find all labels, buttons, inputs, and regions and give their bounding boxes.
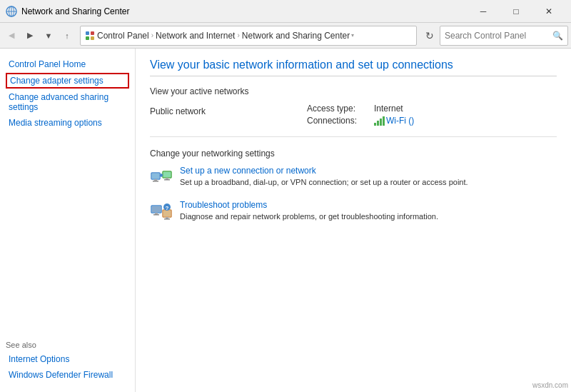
svg-rect-13 — [163, 172, 171, 177]
svg-rect-7 — [91, 36, 94, 40]
svg-rect-26 — [166, 217, 168, 218]
svg-rect-10 — [154, 179, 157, 181]
wifi-bar-1 — [374, 123, 376, 126]
svg-rect-5 — [91, 31, 94, 35]
see-also-label: See also — [6, 341, 129, 349]
search-input[interactable] — [445, 31, 552, 41]
sep1: › — [151, 31, 153, 39]
setup-connection-link[interactable]: Set up a new connection or network — [180, 166, 468, 176]
titlebar: Network and Sharing Center ─ □ ✕ — [0, 0, 571, 23]
back-button[interactable]: ◀ — [3, 26, 20, 46]
svg-rect-9 — [152, 174, 159, 179]
troubleshoot-icon: ? — [150, 200, 173, 223]
svg-rect-22 — [155, 213, 158, 214]
sep2: › — [237, 31, 239, 39]
sidebar-media-streaming[interactable]: Media streaming options — [6, 116, 129, 130]
setup-connection-icon — [150, 166, 173, 189]
wifi-bars-icon — [374, 116, 385, 126]
sidebar-internet-options[interactable]: Internet Options — [6, 352, 129, 366]
sidebar-windows-firewall[interactable]: Windows Defender Firewall — [6, 368, 129, 382]
svg-rect-25 — [163, 211, 171, 216]
troubleshoot-icon-svg: ? — [150, 200, 173, 223]
troubleshoot-text: Troubleshoot problems Diagnose and repai… — [180, 200, 438, 221]
troubleshoot-desc: Diagnose and repair network problems, or… — [180, 212, 438, 221]
wifi-label: Wi-Fi ( — [386, 116, 411, 126]
refresh-button[interactable]: ↻ — [421, 26, 438, 46]
wifi-info: Wi-Fi () — [374, 116, 414, 126]
forward-button[interactable]: ▶ — [21, 26, 39, 46]
svg-text:?: ? — [166, 205, 169, 211]
breadcrumb-sharing-center[interactable]: Network and Sharing Center — [242, 31, 350, 41]
troubleshoot-item: ? Troubleshoot problems Diagnose and rep… — [150, 200, 557, 223]
svg-rect-27 — [164, 218, 170, 220]
breadcrumb-network-internet[interactable]: Network and Internet — [156, 31, 235, 41]
svg-point-17 — [160, 174, 163, 177]
window-controls: ─ □ ✕ — [467, 0, 565, 23]
access-type-row: Access type: Internet — [307, 104, 557, 114]
setup-connection-text: Set up a new connection or network Set u… — [180, 166, 468, 187]
network-info-area: Access type: Internet Connections: Wi- — [307, 104, 557, 128]
breadcrumb-dropdown[interactable]: ▾ — [351, 32, 354, 39]
wifi-bar-3 — [380, 119, 382, 126]
network-setup-icon — [150, 166, 173, 189]
sidebar-change-advanced[interactable]: Change advanced sharing settings — [6, 90, 129, 114]
up-button[interactable]: ↑ — [59, 26, 76, 46]
svg-rect-21 — [152, 206, 161, 212]
svg-rect-23 — [153, 214, 159, 216]
recent-pages-button[interactable]: ▼ — [40, 26, 57, 46]
sidebar-controlpanel-home[interactable]: Control Panel Home — [6, 57, 129, 71]
troubleshoot-link[interactable]: Troubleshoot problems — [180, 200, 438, 210]
svg-rect-6 — [86, 36, 89, 40]
sidebar-change-adapter[interactable]: Change adapter settings — [6, 73, 129, 89]
setup-connection-item: Set up a new connection or network Set u… — [150, 166, 557, 189]
access-type-label: Access type: — [307, 104, 371, 114]
controlpanel-icon — [85, 31, 95, 41]
network-card: Public network Access type: Internet Con… — [150, 104, 557, 137]
active-networks-label: View your active networks — [150, 86, 557, 96]
watermark: wsxdn.com — [532, 381, 568, 389]
svg-rect-15 — [164, 179, 170, 181]
breadcrumb-bar[interactable]: Control Panel › Network and Internet › N… — [80, 26, 417, 46]
app-icon — [6, 6, 17, 17]
wifi-link[interactable]: Wi-Fi () — [386, 116, 414, 126]
minimize-button[interactable]: ─ — [467, 0, 500, 23]
main-container: Control Panel Home Change adapter settin… — [0, 49, 571, 392]
setup-connection-desc: Set up a broadband, dial-up, or VPN conn… — [180, 178, 468, 186]
network-name-area: Public network — [150, 104, 307, 116]
navbar: ◀ ▶ ▼ ↑ Control Panel › Network and Inte… — [0, 23, 571, 49]
svg-rect-11 — [153, 181, 158, 182]
search-icon: 🔍 — [552, 31, 563, 41]
sidebar: Control Panel Home Change adapter settin… — [0, 49, 136, 392]
maximize-button[interactable]: □ — [500, 0, 532, 23]
wifi-bar-4 — [383, 116, 385, 126]
svg-rect-14 — [166, 178, 168, 179]
wifi-close-paren: ) — [411, 116, 414, 126]
search-box[interactable]: 🔍 — [440, 26, 568, 46]
connections-row: Connections: Wi-Fi () — [307, 116, 557, 126]
close-button[interactable]: ✕ — [532, 0, 565, 23]
wifi-bar-2 — [377, 121, 379, 126]
network-name: Public network — [150, 106, 206, 116]
change-settings-label: Change your networking settings — [150, 149, 557, 159]
access-type-value: Internet — [374, 104, 403, 114]
window-title: Network and Sharing Center — [21, 6, 467, 16]
content-area: View your basic network information and … — [136, 49, 571, 392]
page-title: View your basic network information and … — [150, 59, 557, 76]
svg-rect-4 — [86, 31, 89, 35]
connections-label: Connections: — [307, 116, 371, 126]
breadcrumb-controlpanel[interactable]: Control Panel — [85, 31, 149, 41]
